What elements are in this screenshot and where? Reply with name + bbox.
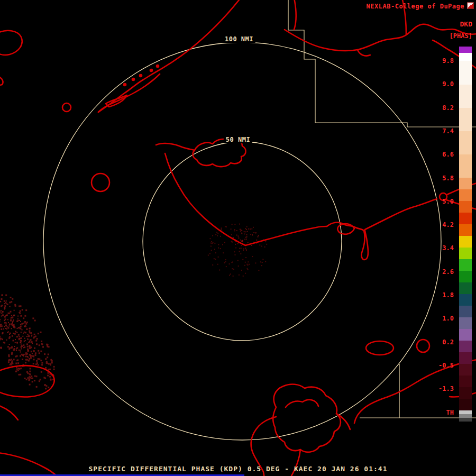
peninsula-bottomleft [0, 365, 54, 397]
colorbar-segment [459, 201, 472, 213]
colorbar-segment [459, 248, 472, 259]
units-label: [PHAS] [450, 32, 472, 40]
colorbar-segment [459, 224, 472, 236]
colorbar-segment [459, 341, 472, 352]
colorbar-segment [459, 53, 472, 61]
colorbar-segment [459, 213, 472, 224]
radar-echoes [0, 224, 267, 390]
colorbar-segment [459, 387, 472, 399]
colorbar [459, 47, 472, 422]
colorbar-segment [459, 108, 472, 131]
colorbar-tick-label: 8.2 [442, 104, 454, 112]
colorbar-tick-label: 4.2 [442, 221, 454, 228]
radar-display: 100 NMI 50 NMI NEXLAB-College of DuPage … [0, 0, 476, 476]
colorbar-tick-label: 1.0 [442, 315, 454, 322]
colorbar-segment [459, 294, 472, 306]
colorbar-tick-label: 0.2 [442, 338, 454, 346]
colorbar-segment [459, 410, 472, 414]
colorbar-tick-label: 9.0 [442, 80, 454, 88]
lake-oval [366, 341, 393, 355]
lake-outline-small [62, 103, 71, 112]
colorbar-tick-label: TH [446, 409, 454, 416]
map-outlines [0, 0, 476, 476]
range-label-100nmi: 100 NMI [223, 35, 255, 43]
colorbar-segment [459, 61, 472, 85]
colorbar-segment [459, 131, 472, 154]
colorbar-segment [459, 317, 472, 329]
colorbar-segment [459, 329, 472, 341]
colorbar-segment [459, 364, 472, 376]
colorbar-segment [459, 399, 472, 410]
colorbar-segment [459, 236, 472, 248]
lake-circle-right [417, 340, 429, 352]
colorbar-segment [459, 271, 472, 282]
cod-logo-icon [467, 2, 474, 9]
colorbar-tick-label: 5.0 [442, 198, 454, 205]
colorbar-tick-label: 9.8 [442, 57, 454, 65]
colorbar-segment [459, 259, 472, 271]
colorbar-segment [459, 306, 472, 317]
colorbar-tick-label: -1.3 [438, 385, 454, 392]
site-title: NEXLAB-College of DuPage [367, 3, 464, 10]
colorbar-tick-label: 2.6 [442, 268, 454, 276]
lake-outline-round [91, 173, 109, 191]
colorbar-segment [459, 352, 472, 364]
colorbar-segment [459, 178, 472, 189]
product-caption: SPECIFIC DIFFERENTIAL PHASE (KDP) 0.5 DE… [0, 465, 476, 473]
colorbar-tick-label: 3.4 [442, 244, 454, 252]
lake-bottom-center [273, 385, 341, 452]
colorbar-tick-label: -0.5 [438, 362, 454, 369]
island-topleft [0, 31, 22, 55]
colorbar-segment [459, 85, 472, 108]
coastline-east [365, 199, 437, 230]
colorbar-tick-label: 1.8 [442, 291, 454, 299]
colorbar-segment [459, 414, 472, 418]
colorbar-segment [459, 189, 472, 201]
colorbar-tick-label: 7.4 [442, 127, 454, 135]
radar-map-canvas [0, 0, 476, 476]
range-label-50nmi: 50 NMI [224, 136, 252, 143]
colorbar-segment [459, 154, 472, 178]
colorbar-tick-label: 5.8 [442, 175, 454, 182]
radar-site-marker [241, 240, 243, 242]
product-code: DKD [460, 20, 472, 28]
colorbar-segment [459, 47, 472, 53]
river-topright [285, 24, 476, 51]
colorbar-segment [459, 282, 472, 294]
colorbar-segment [459, 376, 472, 387]
colorbar-tick-label: 6.6 [442, 151, 454, 158]
colorbar-segment [459, 418, 472, 422]
